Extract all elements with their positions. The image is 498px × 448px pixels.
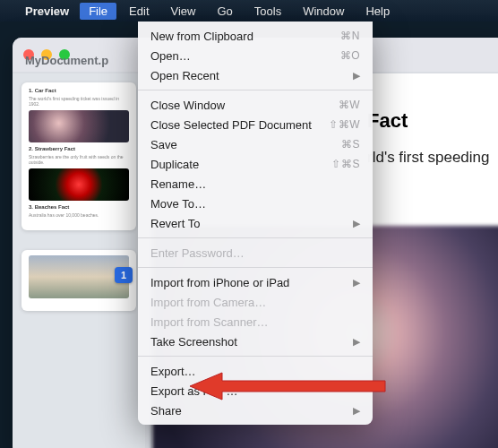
chevron-right-icon: ▶	[353, 277, 360, 289]
menuitem-export[interactable]: Export…	[138, 361, 373, 381]
menu-tools[interactable]: Tools	[245, 3, 290, 20]
thumbnail-sidebar: 1. Car Fact The world's first speeding t…	[13, 73, 145, 448]
menuitem-close-selected-pdf[interactable]: Close Selected PDF Document⇧⌘W	[138, 115, 373, 134]
menuitem-export-as-pdf[interactable]: Export as PDF…	[138, 381, 373, 401]
menuitem-duplicate[interactable]: Duplicate⇧⌘S	[138, 154, 373, 174]
window-title: MyDocument.p	[13, 54, 108, 67]
thumb-text: The world's first speeding ticket was is…	[29, 96, 129, 107]
menuitem-share[interactable]: Share▶	[138, 401, 373, 420]
menu-window[interactable]: Window	[294, 3, 353, 20]
menuitem-open[interactable]: Open…⌘O	[138, 46, 373, 65]
menu-separator	[138, 90, 373, 90]
menuitem-take-screenshot[interactable]: Take Screenshot▶	[138, 332, 373, 351]
menuitem-new-from-clipboard[interactable]: New from Clipboard⌘N	[138, 26, 373, 46]
chevron-right-icon: ▶	[353, 70, 360, 82]
thumb-heading: 2. Strawberry Fact	[29, 146, 129, 151]
menu-separator	[138, 356, 373, 357]
thumb-image	[29, 110, 129, 142]
content-body: rld's first speeding	[367, 149, 498, 167]
page-thumbnail[interactable]: 1. Car Fact The world's first speeding t…	[21, 82, 136, 230]
menuitem-enter-password: Enter Password…	[138, 243, 373, 263]
menu-edit[interactable]: Edit	[120, 3, 158, 20]
menu-separator	[138, 267, 373, 268]
thumb-heading: 3. Beaches Fact	[29, 204, 129, 210]
menu-go[interactable]: Go	[208, 3, 241, 20]
menu-view[interactable]: View	[162, 3, 205, 20]
page-number-badge: 1	[115, 267, 133, 283]
thumb-text: Australia has over 10,000 beaches.	[29, 212, 129, 218]
menuitem-import-camera: Import from Camera…	[138, 292, 373, 312]
menuitem-save[interactable]: Save⌘S	[138, 134, 373, 154]
chevron-right-icon: ▶	[353, 336, 360, 348]
thumb-image	[29, 168, 129, 201]
menuitem-revert-to[interactable]: Revert To▶	[138, 213, 373, 233]
menuitem-open-recent[interactable]: Open Recent▶	[138, 65, 373, 85]
app-name[interactable]: Preview	[18, 3, 76, 20]
menu-separator	[138, 237, 373, 238]
file-menu-dropdown: New from Clipboard⌘N Open…⌘O Open Recent…	[138, 22, 373, 425]
menuitem-import-iphone-ipad[interactable]: Import from iPhone or iPad▶	[138, 272, 373, 292]
chevron-right-icon: ▶	[353, 218, 360, 229]
content-heading: Fact	[367, 109, 498, 133]
thumb-heading: 1. Car Fact	[29, 88, 129, 93]
menu-help[interactable]: Help	[356, 3, 399, 20]
chevron-right-icon: ▶	[353, 405, 360, 417]
menubar: Preview File Edit View Go Tools Window H…	[0, 0, 498, 22]
thumb-text: Strawberries are the only fruit with see…	[29, 154, 129, 165]
menuitem-move-to[interactable]: Move To…	[138, 194, 373, 213]
menuitem-import-scanner: Import from Scanner…	[138, 312, 373, 332]
menu-file[interactable]: File	[80, 3, 116, 20]
menuitem-close-window[interactable]: Close Window⌘W	[138, 95, 373, 115]
menuitem-rename[interactable]: Rename…	[138, 174, 373, 194]
